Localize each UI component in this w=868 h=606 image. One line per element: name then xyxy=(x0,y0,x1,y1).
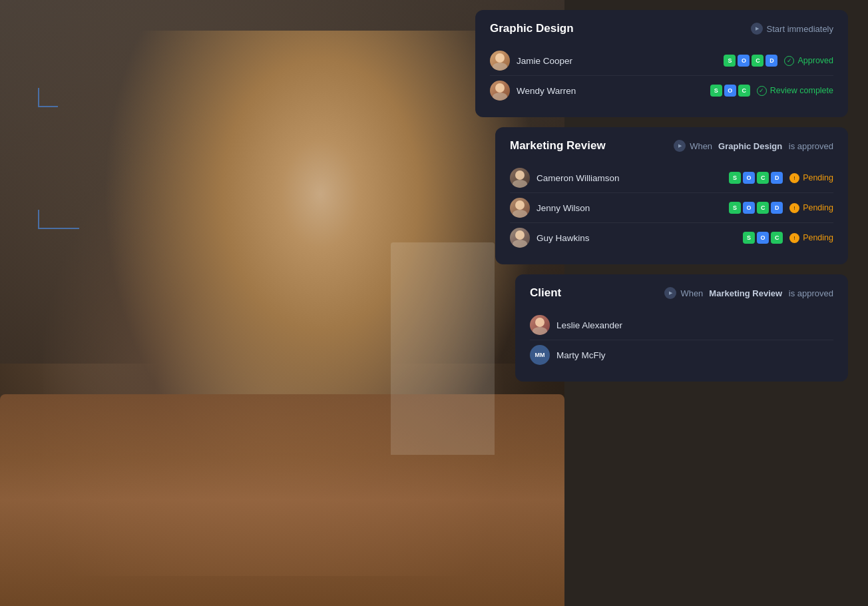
status-icon-wendy: ✓ xyxy=(757,86,767,96)
person-row-jenny: Jenny Wilson S O C D ! Pending xyxy=(510,192,833,222)
tag-o-jamie: O xyxy=(738,55,750,67)
person-name-cameron: Cameron Williamson xyxy=(537,173,620,183)
tags-jenny: S O C D xyxy=(729,202,783,214)
avatar-jamie xyxy=(490,51,510,71)
card-trigger-client: When Marketing Review is approved xyxy=(664,287,833,299)
tag-c-jamie: C xyxy=(752,55,763,67)
status-cameron: ! Pending xyxy=(789,173,833,183)
person-right-jamie: S O C D ✓ Approved xyxy=(724,55,833,67)
person-row-guy: Guy Hawkins S O C ! Pending xyxy=(510,222,833,252)
tag-s-jenny: S xyxy=(729,202,741,214)
status-text-jamie: Approved xyxy=(797,56,833,65)
card-client: Client When Marketing Review is approved… xyxy=(515,274,848,382)
card-title-graphic-design: Graphic Design xyxy=(490,22,574,35)
person-name-jamie: Jamie Cooper xyxy=(517,56,572,66)
tag-c-cameron: C xyxy=(757,172,769,184)
status-text-jenny: Pending xyxy=(803,203,833,212)
cards-container: Graphic Design Start immediately Jamie C… xyxy=(435,0,868,606)
card-graphic-design: Graphic Design Start immediately Jamie C… xyxy=(475,10,848,117)
person-name-jenny: Jenny Wilson xyxy=(537,203,590,213)
status-icon-guy: ! xyxy=(789,233,799,243)
tag-c-jenny: C xyxy=(757,202,769,214)
person-left-leslie: Leslie Alexander xyxy=(530,315,622,335)
person-left-guy: Guy Hawkins xyxy=(510,228,590,248)
status-wendy: ✓ Review complete xyxy=(757,86,833,96)
play-icon-gd xyxy=(751,23,763,35)
connector-horizontal-2 xyxy=(38,228,79,229)
tag-d-cameron: D xyxy=(771,172,783,184)
person-left-jenny: Jenny Wilson xyxy=(510,198,590,218)
card-trigger-graphic-design: Start immediately xyxy=(751,23,833,35)
person-row-marty: MM Marty McFly xyxy=(530,340,833,370)
trigger-suffix-mr: is approved xyxy=(786,141,833,151)
tag-o-guy: O xyxy=(757,232,769,244)
trigger-suffix-client: is approved xyxy=(786,288,833,298)
tag-d-jamie: D xyxy=(765,55,777,67)
tags-cameron: S O C D xyxy=(729,172,783,184)
person-left-wendy: Wendy Warren xyxy=(490,81,576,101)
status-text-guy: Pending xyxy=(803,233,833,242)
tag-s-wendy: S xyxy=(710,85,722,97)
avatar-cameron xyxy=(510,168,530,188)
person-right-jenny: S O C D ! Pending xyxy=(729,202,833,214)
avatar-leslie xyxy=(530,315,550,335)
tag-c-guy: C xyxy=(771,232,783,244)
trigger-when-mr: When xyxy=(690,141,712,151)
person-row-jamie: Jamie Cooper S O C D ✓ Approved xyxy=(490,46,833,75)
status-icon-cameron: ! xyxy=(789,173,799,183)
person-right-guy: S O C ! Pending xyxy=(743,232,833,244)
avatar-guy xyxy=(510,228,530,248)
person-name-marty: Marty McFly xyxy=(556,350,606,360)
person-left-cameron: Cameron Williamson xyxy=(510,168,620,188)
tags-wendy: S O C xyxy=(710,85,750,97)
person-right-wendy: S O C ✓ Review complete xyxy=(710,85,833,97)
person-left-marty: MM Marty McFly xyxy=(530,345,606,365)
person-row-wendy: Wendy Warren S O C ✓ Review complete xyxy=(490,75,833,105)
card-trigger-marketing-review: When Graphic Design is approved xyxy=(674,140,833,152)
tag-o-cameron: O xyxy=(743,172,755,184)
status-guy: ! Pending xyxy=(789,233,833,243)
connector-line-2 xyxy=(38,210,39,228)
tag-s-guy: S xyxy=(743,232,755,244)
person-name-wendy: Wendy Warren xyxy=(517,86,576,96)
trigger-when-client: When xyxy=(680,288,703,298)
tag-s-cameron: S xyxy=(729,172,741,184)
card-title-marketing-review: Marketing Review xyxy=(510,139,606,152)
tag-o-jenny: O xyxy=(743,202,755,214)
status-jenny: ! Pending xyxy=(789,203,833,213)
trigger-text-gd: Start immediately xyxy=(767,24,833,34)
status-icon-jenny: ! xyxy=(789,203,799,213)
card-header-client: Client When Marketing Review is approved xyxy=(530,286,833,300)
tags-guy: S O C xyxy=(743,232,783,244)
trigger-bold-mr: Graphic Design xyxy=(718,141,782,151)
tags-jamie: S O C D xyxy=(724,55,777,67)
tag-s-jamie: S xyxy=(724,55,736,67)
avatar-wendy xyxy=(490,81,510,101)
person-row-leslie: Leslie Alexander xyxy=(530,310,833,340)
avatar-marty: MM xyxy=(530,345,550,365)
play-icon-client xyxy=(664,287,676,299)
person-name-guy: Guy Hawkins xyxy=(537,233,590,243)
avatar-initials-marty: MM xyxy=(535,352,545,358)
person-name-leslie: Leslie Alexander xyxy=(556,320,622,330)
status-text-cameron: Pending xyxy=(803,173,833,182)
card-title-client: Client xyxy=(530,286,561,300)
status-icon-jamie: ✓ xyxy=(784,56,794,66)
tag-c-wendy: C xyxy=(738,85,750,97)
play-icon-mr xyxy=(674,140,686,152)
tag-d-jenny: D xyxy=(771,202,783,214)
person-right-cameron: S O C D ! Pending xyxy=(729,172,833,184)
connector-line-1 xyxy=(38,88,39,107)
card-header-graphic-design: Graphic Design Start immediately xyxy=(490,22,833,35)
card-marketing-review: Marketing Review When Graphic Design is … xyxy=(495,127,848,264)
tag-o-wendy: O xyxy=(724,85,736,97)
avatar-jenny xyxy=(510,198,530,218)
status-jamie: ✓ Approved xyxy=(784,56,833,66)
card-header-marketing-review: Marketing Review When Graphic Design is … xyxy=(510,139,833,152)
connector-horizontal-1 xyxy=(38,106,58,107)
status-text-wendy: Review complete xyxy=(770,86,833,95)
person-left-jamie: Jamie Cooper xyxy=(490,51,572,71)
trigger-bold-client: Marketing Review xyxy=(709,288,782,298)
person-row-cameron: Cameron Williamson S O C D ! Pending xyxy=(510,163,833,192)
